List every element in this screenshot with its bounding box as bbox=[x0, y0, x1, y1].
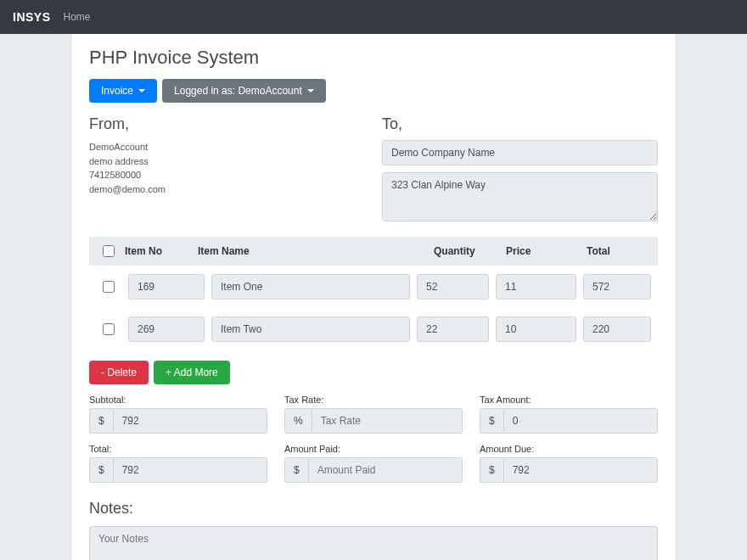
header-item-no: Item No bbox=[121, 245, 198, 257]
to-address-textarea[interactable]: 323 Clan Alpine Way bbox=[382, 172, 658, 221]
subtotal-input[interactable] bbox=[113, 408, 267, 434]
to-heading: To, bbox=[382, 115, 658, 133]
subtotal-label: Subtotal: bbox=[89, 395, 267, 405]
percent-addon: % bbox=[284, 408, 312, 434]
from-info: DemoAccount demo address 7412580000 demo… bbox=[89, 140, 365, 196]
table-row bbox=[89, 266, 658, 308]
item-no-input[interactable] bbox=[128, 316, 205, 342]
header-item-name: Item Name bbox=[198, 245, 430, 257]
add-more-button[interactable]: + Add More bbox=[154, 361, 230, 384]
delete-button[interactable]: - Delete bbox=[89, 361, 149, 384]
amount-due-label: Amount Due: bbox=[480, 444, 658, 454]
item-no-input[interactable] bbox=[128, 274, 205, 300]
amount-paid-label: Amount Paid: bbox=[284, 444, 463, 454]
item-total-input[interactable] bbox=[583, 274, 651, 300]
page-title: PHP Invoice System bbox=[89, 47, 658, 69]
table-header: Item No Item Name Quantity Price Total bbox=[89, 237, 658, 266]
logged-in-label: Logged in as: DemoAccount bbox=[174, 85, 302, 97]
total-label: Total: bbox=[89, 444, 267, 454]
notes-section: Notes: bbox=[89, 500, 658, 560]
from-email: demo@demo.com bbox=[89, 182, 365, 197]
amount-paid-input[interactable] bbox=[308, 457, 463, 483]
tax-amount-label: Tax Amount: bbox=[480, 395, 658, 405]
dollar-addon: $ bbox=[480, 457, 503, 483]
chevron-down-icon bbox=[138, 89, 145, 92]
item-name-input[interactable] bbox=[211, 316, 410, 342]
select-all-checkbox[interactable] bbox=[103, 245, 115, 257]
total-input[interactable] bbox=[113, 457, 267, 483]
tax-rate-label: Tax Rate: bbox=[284, 395, 463, 405]
items-table: Item No Item Name Quantity Price Total bbox=[89, 237, 658, 350]
tax-amount-input[interactable] bbox=[503, 408, 658, 434]
notes-textarea[interactable] bbox=[89, 526, 658, 560]
from-name: DemoAccount bbox=[89, 140, 365, 154]
logged-in-dropdown-button[interactable]: Logged in as: DemoAccount bbox=[162, 79, 326, 103]
invoice-dropdown-button[interactable]: Invoice bbox=[89, 79, 157, 103]
header-quantity: Quantity bbox=[430, 245, 503, 257]
dollar-addon: $ bbox=[89, 408, 113, 434]
header-checkbox-cell bbox=[96, 245, 121, 257]
notes-heading: Notes: bbox=[89, 500, 658, 518]
totals-section: Subtotal: $ Total: $ Tax Rate: % bbox=[89, 395, 658, 493]
item-name-input[interactable] bbox=[211, 274, 410, 300]
to-section: To, 323 Clan Alpine Way bbox=[382, 115, 658, 224]
tax-rate-input[interactable] bbox=[312, 408, 463, 434]
home-link[interactable]: Home bbox=[64, 11, 91, 23]
table-row bbox=[89, 308, 658, 350]
to-company-input[interactable] bbox=[382, 140, 658, 165]
price-input[interactable] bbox=[496, 316, 576, 342]
header-total: Total bbox=[583, 245, 651, 257]
top-button-row: Invoice Logged in as: DemoAccount bbox=[89, 79, 658, 103]
chevron-down-icon bbox=[307, 89, 314, 92]
dollar-addon: $ bbox=[284, 457, 308, 483]
table-action-buttons: - Delete + Add More bbox=[89, 361, 658, 384]
invoice-button-label: Invoice bbox=[101, 85, 133, 97]
row-checkbox[interactable] bbox=[103, 323, 115, 335]
from-section: From, DemoAccount demo address 741258000… bbox=[89, 115, 365, 224]
from-phone: 7412580000 bbox=[89, 168, 365, 182]
dollar-addon: $ bbox=[89, 457, 113, 483]
from-address: demo address bbox=[89, 154, 365, 169]
price-input[interactable] bbox=[496, 274, 576, 300]
amount-due-input[interactable] bbox=[503, 457, 658, 483]
dollar-addon: $ bbox=[480, 408, 503, 434]
from-heading: From, bbox=[89, 115, 365, 133]
header-price: Price bbox=[503, 245, 583, 257]
item-total-input[interactable] bbox=[583, 316, 651, 342]
brand-link[interactable]: INSYS bbox=[13, 10, 51, 24]
main-container: PHP Invoice System Invoice Logged in as:… bbox=[72, 34, 675, 560]
quantity-input[interactable] bbox=[417, 316, 489, 342]
quantity-input[interactable] bbox=[417, 274, 489, 300]
row-checkbox[interactable] bbox=[103, 281, 115, 293]
from-to-row: From, DemoAccount demo address 741258000… bbox=[89, 115, 658, 224]
navbar: INSYS Home bbox=[0, 0, 747, 34]
